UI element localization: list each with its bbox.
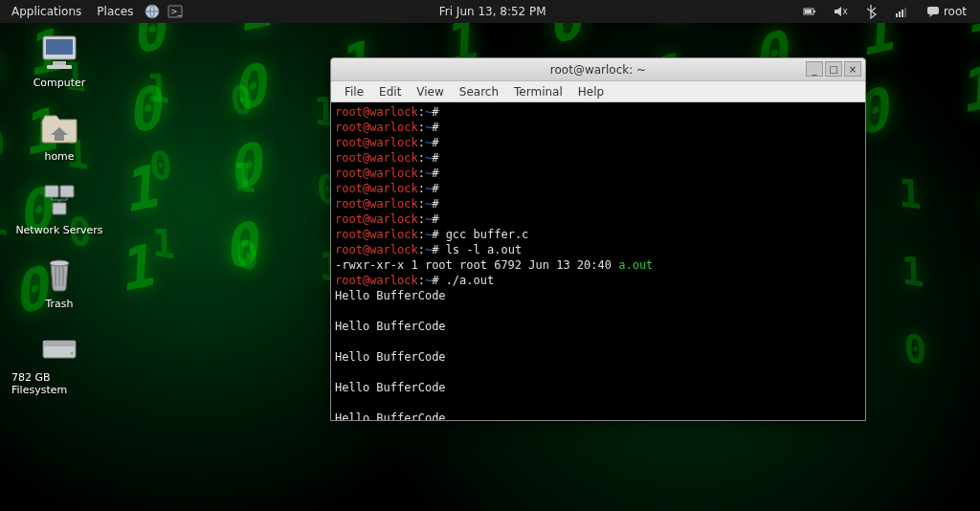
desktop-icon-filesystem[interactable]: 782 GB Filesystem — [11, 327, 107, 396]
svg-rect-9 — [899, 11, 901, 17]
svg-rect-22 — [43, 341, 76, 346]
desktop-icon-trash[interactable]: Trash — [11, 254, 107, 310]
desktop-icon-label: Network Servers — [15, 224, 102, 236]
drive-icon — [37, 327, 81, 367]
desktop-icon-label: Trash — [45, 298, 73, 310]
chat-icon — [926, 5, 940, 18]
menu-terminal[interactable]: Terminal — [506, 85, 570, 99]
desktop-icon-label: Computer — [33, 77, 86, 89]
terminal-window: root@warlock: ~ _ □ × File Edit View Sea… — [330, 57, 866, 421]
terminal-launcher-icon[interactable]: >_ — [166, 2, 185, 21]
computer-icon — [37, 33, 81, 73]
desktop-icon-computer[interactable]: Computer — [11, 33, 107, 89]
svg-rect-11 — [904, 8, 906, 17]
volume-icon[interactable] — [831, 2, 850, 21]
clock[interactable]: Fri Jun 13, 8:52 PM — [434, 5, 552, 18]
window-titlebar[interactable]: root@warlock: ~ _ □ × — [331, 58, 865, 81]
top-panel: Applications Places >_ Fri Jun 13, 8:52 … — [0, 0, 980, 23]
user-label: root — [944, 5, 967, 18]
maximize-button[interactable]: □ — [825, 61, 842, 77]
minimize-button[interactable]: _ — [806, 61, 823, 77]
menu-help[interactable]: Help — [570, 85, 612, 99]
home-folder-icon — [37, 106, 81, 146]
menu-search[interactable]: Search — [452, 85, 506, 99]
desktop-icon-home[interactable]: home — [11, 106, 107, 163]
svg-rect-12 — [927, 7, 939, 14]
browser-launcher-icon[interactable] — [143, 2, 162, 21]
desktop-icon-label: home — [44, 150, 74, 163]
desktop-icon-label: 782 GB Filesystem — [11, 371, 107, 396]
bluetooth-icon[interactable] — [861, 2, 880, 21]
battery-icon[interactable] — [800, 2, 819, 21]
svg-point-23 — [71, 352, 74, 355]
svg-rect-15 — [53, 61, 66, 65]
applications-menu[interactable]: Applications — [4, 0, 89, 23]
desktop-icon-network[interactable]: Network Servers — [11, 180, 107, 236]
svg-text:>_: >_ — [170, 7, 183, 16]
svg-rect-10 — [902, 10, 903, 17]
svg-rect-8 — [896, 13, 898, 17]
menu-file[interactable]: File — [337, 85, 371, 99]
trash-icon — [37, 254, 81, 294]
svg-rect-4 — [813, 11, 815, 12]
close-button[interactable]: × — [844, 61, 861, 77]
terminal-menubar: File Edit View Search Terminal Help — [331, 81, 865, 102]
network-servers-icon — [37, 180, 81, 220]
svg-rect-18 — [60, 186, 74, 197]
window-title: root@warlock: ~ — [550, 63, 646, 77]
places-menu[interactable]: Places — [89, 0, 141, 23]
svg-rect-17 — [45, 186, 58, 197]
user-menu[interactable]: root — [921, 5, 972, 18]
svg-rect-14 — [46, 39, 73, 55]
desktop-icons: Computer home Network Servers Trash 782 … — [11, 33, 107, 396]
svg-rect-5 — [805, 10, 812, 13]
menu-edit[interactable]: Edit — [371, 85, 409, 99]
network-icon[interactable] — [892, 2, 911, 21]
svg-rect-16 — [47, 65, 72, 69]
svg-rect-19 — [53, 203, 66, 214]
svg-point-20 — [50, 260, 69, 266]
menu-view[interactable]: View — [409, 85, 451, 99]
terminal-output[interactable]: root@warlock:~# root@warlock:~# root@war… — [331, 102, 865, 420]
